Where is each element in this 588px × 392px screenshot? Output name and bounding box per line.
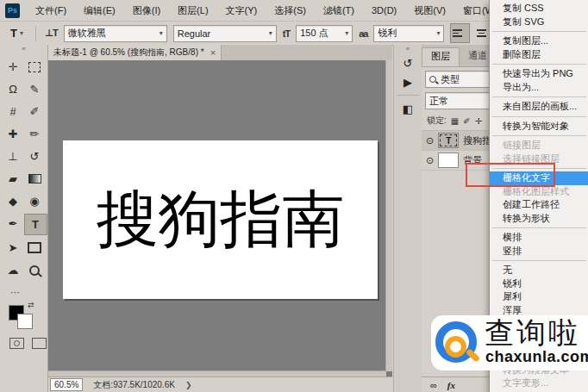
anti-alias-value: 锐利 bbox=[378, 27, 397, 40]
menu-item-copy-svg[interactable]: 复制 SVG bbox=[490, 16, 588, 29]
zoom-tool[interactable] bbox=[24, 260, 46, 280]
history-brush-tool[interactable]: ↺ bbox=[24, 146, 46, 166]
quick-mask-icon bbox=[14, 340, 20, 346]
menu-item-convert-to-shape[interactable]: 转换为形状 bbox=[490, 212, 588, 226]
visibility-eye-icon[interactable]: ⊙ bbox=[426, 155, 434, 166]
edit-toolbar-button[interactable]: ⋯ bbox=[10, 287, 47, 298]
zoom-level-field[interactable]: 60.5% bbox=[50, 378, 83, 391]
menu-layer[interactable]: 图层(L) bbox=[169, 0, 216, 21]
menu-edit[interactable]: 编辑(E) bbox=[75, 0, 124, 21]
menu-item-export-as[interactable]: 导出为... bbox=[490, 81, 588, 95]
actions-panel-icon[interactable]: ▶ bbox=[394, 72, 422, 91]
menu-item-horizontal[interactable]: 横排 bbox=[490, 231, 588, 245]
context-menu-separator bbox=[490, 61, 588, 67]
divider bbox=[397, 95, 419, 96]
blend-mode-value: 正常 bbox=[429, 95, 448, 108]
font-family-value: 微软雅黑 bbox=[68, 27, 106, 40]
rectangular-marquee-tool[interactable] bbox=[24, 57, 46, 77]
menu-item-create-work-path[interactable]: 创建工作路径 bbox=[490, 198, 588, 212]
rectangle-icon bbox=[28, 242, 41, 253]
clone-stamp-tool[interactable]: ⊥ bbox=[3, 146, 24, 166]
path-selection-tool[interactable]: ➤ bbox=[3, 238, 24, 258]
lock-transparency-icon[interactable]: ▦ bbox=[451, 116, 459, 126]
menu-item-aa-crisp[interactable]: 犀利 bbox=[490, 290, 588, 304]
blur-tool[interactable]: ◆ bbox=[3, 191, 24, 211]
eraser-tool[interactable]: ▰ bbox=[3, 169, 24, 189]
eyedropper-tool[interactable]: ✐ bbox=[24, 102, 46, 121]
mode-buttons bbox=[9, 338, 47, 349]
context-menu-separator bbox=[490, 258, 588, 264]
divider bbox=[35, 26, 36, 41]
lock-position-icon[interactable]: ✛ bbox=[475, 116, 482, 126]
toolbar-collapse-icon[interactable]: « bbox=[0, 45, 47, 53]
properties-panel-icon[interactable]: ◧ bbox=[394, 99, 422, 118]
rectangle-tool[interactable] bbox=[24, 238, 46, 258]
menu-item-artboard-from-layers[interactable]: 来自图层的画板... bbox=[490, 100, 588, 114]
layer-style-fx-icon[interactable]: fx bbox=[447, 380, 455, 390]
font-size-select[interactable]: 150 点 ▾ bbox=[296, 25, 353, 42]
context-menu-separator bbox=[490, 94, 588, 100]
history-panel-icon[interactable]: ↺ bbox=[394, 53, 422, 72]
menu-file[interactable]: 文件(F) bbox=[27, 0, 75, 21]
font-style-select[interactable]: Regular ▾ bbox=[173, 25, 277, 42]
quick-selection-tool[interactable]: ✎ bbox=[24, 79, 46, 99]
dodge-icon: ◉ bbox=[29, 195, 39, 208]
zoom-icon bbox=[29, 265, 40, 276]
menu-item-copy-css[interactable]: 复制 CSS bbox=[490, 2, 588, 16]
screen-mode-button[interactable] bbox=[32, 338, 47, 349]
vertical-scrollbar[interactable] bbox=[385, 60, 392, 371]
menu-item-aa-sharp[interactable]: 锐利 bbox=[490, 277, 588, 291]
menu-select[interactable]: 选择(S) bbox=[266, 0, 315, 21]
menu-type[interactable]: 文字(Y) bbox=[217, 0, 266, 21]
menu-item-delete-layer[interactable]: 删除图层 bbox=[490, 48, 588, 62]
background-color-swatch[interactable] bbox=[17, 314, 33, 329]
link-layers-icon[interactable]: ∞ bbox=[430, 380, 437, 390]
menu-item-quick-export-png[interactable]: 快速导出为 PNG bbox=[490, 67, 588, 81]
document-tab-title: 未标题-1 @ 60.5% (搜狗指南, RGB/8) * bbox=[53, 47, 204, 59]
hand-tool[interactable]: ☁ bbox=[3, 260, 24, 280]
anti-alias-select[interactable]: 锐利 ▾ bbox=[373, 25, 444, 42]
document-canvas[interactable]: 搜狗指南 bbox=[63, 140, 378, 299]
context-menu-separator bbox=[490, 28, 588, 34]
menu-image[interactable]: 图像(I) bbox=[124, 0, 169, 21]
text-orientation-toggle[interactable]: ⊥T bbox=[45, 28, 58, 39]
document-tab[interactable]: 未标题-1 @ 60.5% (搜狗指南, RGB/8) * × bbox=[48, 45, 222, 60]
tool-preset-button[interactable]: T ▾ bbox=[7, 26, 27, 40]
history-brush-icon: ↺ bbox=[30, 150, 40, 163]
lock-pixels-icon[interactable]: ✐ bbox=[463, 116, 470, 126]
pen-icon: ✒ bbox=[9, 217, 18, 230]
status-expand-icon[interactable]: ❯ bbox=[185, 381, 192, 389]
spot-healing-brush-tool[interactable]: ✚ bbox=[3, 124, 24, 144]
menu-item-convert-to-smart-object[interactable]: 转换为智能对象 bbox=[490, 120, 588, 134]
brush-tool[interactable]: ✏ bbox=[24, 124, 46, 144]
menu-item-vertical[interactable]: 竖排 bbox=[490, 245, 588, 258]
healing-brush-icon: ✚ bbox=[9, 128, 18, 140]
menu-3d[interactable]: 3D(D) bbox=[363, 0, 405, 21]
text-layer-thumbnail[interactable]: T bbox=[438, 133, 459, 148]
visibility-eye-icon[interactable]: ⊙ bbox=[426, 135, 434, 146]
type-tool[interactable]: T bbox=[24, 214, 47, 235]
canvas-workspace[interactable]: 搜狗指南 bbox=[48, 60, 392, 377]
font-family-select[interactable]: 微软雅黑 ▾ bbox=[64, 25, 167, 42]
panel-collapse-icon[interactable]: « bbox=[394, 45, 422, 53]
menu-item-duplicate-layer[interactable]: 复制图层... bbox=[490, 34, 588, 48]
pen-tool[interactable]: ✒ bbox=[3, 214, 24, 233]
swap-colors-icon[interactable]: ⇄ bbox=[28, 301, 34, 309]
move-tool[interactable]: ✛ bbox=[3, 57, 24, 77]
menu-item-link-layers: 链接图层 bbox=[490, 139, 588, 152]
menu-item-aa-none[interactable]: 无 bbox=[490, 264, 588, 277]
menu-filter[interactable]: 滤镜(T) bbox=[315, 0, 363, 21]
chaxunla-watermark: 查询啦 chaxunla.com bbox=[431, 315, 588, 370]
lasso-tool[interactable]: Ω bbox=[3, 79, 24, 99]
quick-mask-button[interactable] bbox=[9, 338, 24, 349]
crop-tool[interactable]: # bbox=[3, 102, 24, 121]
dodge-tool[interactable]: ◉ bbox=[24, 191, 46, 211]
background-layer-thumbnail[interactable] bbox=[438, 152, 459, 168]
align-left-button[interactable] bbox=[450, 23, 470, 43]
gradient-tool[interactable] bbox=[24, 169, 46, 189]
anti-alias-icon: aa bbox=[359, 28, 367, 39]
close-icon[interactable]: × bbox=[210, 47, 216, 58]
tab-layers[interactable]: 图层 bbox=[422, 47, 460, 66]
menu-view[interactable]: 视图(V) bbox=[405, 0, 454, 21]
photoshop-window: Ps 文件(F) 编辑(E) 图像(I) 图层(L) 文字(Y) 选择(S) 滤… bbox=[0, 0, 588, 392]
